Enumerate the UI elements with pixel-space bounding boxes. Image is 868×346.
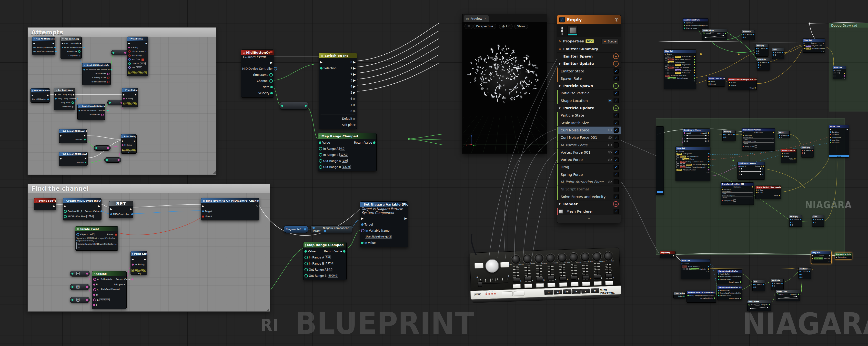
- node-header[interactable]: ƒSet Niagara Variable (Float): [360, 202, 408, 207]
- data-pin[interactable]: [756, 51, 757, 52]
- module-enabled-checkbox[interactable]: ✓: [614, 98, 619, 103]
- data-pin[interactable]: [55, 51, 57, 52]
- data-pin[interactable]: [802, 150, 803, 151]
- module-enabled-checkbox[interactable]: ✓: [614, 91, 619, 96]
- value-box[interactable]: 0.0: [325, 255, 331, 259]
- output-pin-cell[interactable]: Device ID: [98, 110, 108, 112]
- value-box[interactable]: 127.0: [342, 165, 351, 169]
- value-box[interactable]: [665, 77, 668, 79]
- node-header[interactable]: ▦Create Event: [75, 226, 118, 231]
- output-pin-cell[interactable]: ▷: [256, 205, 258, 208]
- output-pin-cell[interactable]: Add pin ⊕: [114, 283, 125, 286]
- module-enabled-checkbox[interactable]: ✓: [614, 172, 619, 177]
- niagara-node-tr-multiply-3[interactable]: MultiplyABCResult: [757, 58, 770, 70]
- data-pin[interactable]: [694, 75, 695, 76]
- niagara-node-mid-multiply-2[interactable]: MultiplyABCResult: [789, 215, 802, 227]
- value-box[interactable]: 4000.0: [328, 274, 338, 278]
- data-pin[interactable]: [830, 139, 831, 141]
- module-enabled-checkbox[interactable]: ✓: [614, 157, 619, 162]
- data-pin[interactable]: [320, 67, 322, 69]
- niagara-node-br-make-float-1[interactable]: Make FloatValueOutput 1: [776, 290, 800, 301]
- data-pin[interactable]: [800, 271, 801, 272]
- exec-pin[interactable]: ▷: [353, 103, 356, 106]
- data-pin[interactable]: [684, 132, 685, 134]
- bp-node-break-midideviceinfo[interactable]: ≺Break MIDIDeviceInfoMIDI Device InfoDev…: [82, 63, 111, 85]
- input-pin-cell[interactable]: In Range B127.0: [305, 262, 334, 265]
- data-pin[interactable]: [684, 25, 685, 26]
- exec-pin[interactable]: ▶: [98, 205, 100, 208]
- pin-in[interactable]: [281, 105, 283, 107]
- collapse-arrow[interactable]: ▼: [559, 85, 562, 87]
- data-pin[interactable]: [128, 58, 131, 61]
- niagara-node-mid-pos-from-vector[interactable]: Position <- VectorInput 1Output 1XXYYZZ: [738, 162, 765, 180]
- reroute-node-conv-7[interactable]: 0·: [70, 297, 90, 303]
- bp-node-create-mididevice-input-controller[interactable]: ƒCreate MIDIDevice Input Controller▶▶Dev…: [63, 198, 101, 220]
- eye-icon-wrap[interactable]: [608, 128, 612, 132]
- space-dropdown[interactable]: Local⌄: [743, 138, 774, 141]
- value-box[interactable]: [668, 72, 671, 74]
- data-pin[interactable]: [55, 98, 57, 99]
- output-pin-cell[interactable]: Return Value: [85, 210, 102, 213]
- preview-panel[interactable]: ▤Preview✕☰Perspective◔LitShowZY✳: [462, 14, 547, 154]
- data-pin[interactable]: [758, 62, 759, 63]
- node-header[interactable]: ƒPrint String: [127, 37, 148, 41]
- value-box[interactable]: 1: [80, 210, 83, 213]
- niagara-node-tr-map-set[interactable]: Map Set▶Source▶STACKPhysicsForceLOCALFor…: [803, 38, 825, 53]
- data-pin[interactable]: [64, 210, 67, 213]
- bp-node-bind-event-to-on-midicontrol-change[interactable]: ▣Bind Event to On MIDIControl Change▶▷Ta…: [201, 198, 259, 220]
- color-swatch[interactable]: [141, 58, 144, 61]
- output-pin-cell[interactable]: ▶: [47, 94, 49, 96]
- value-box[interactable]: [665, 61, 668, 63]
- niagara-node-tr-add-1[interactable]: AddABResult: [772, 48, 784, 59]
- output-pin-cell[interactable]: 1▶: [350, 67, 356, 70]
- exec-pin[interactable]: ▶: [804, 42, 805, 44]
- data-pin[interactable]: [78, 50, 81, 53]
- data-pin[interactable]: [748, 304, 750, 306]
- data-pin[interactable]: [128, 54, 131, 57]
- data-pin[interactable]: [779, 195, 780, 196]
- input-pin-cell[interactable]: ▶: [128, 42, 130, 44]
- output-pin-cell[interactable]: Loop Body▶: [70, 42, 81, 44]
- pin-out[interactable]: [86, 299, 88, 301]
- data-pin[interactable]: [766, 48, 768, 49]
- input-pin-cell[interactable]: Duration20.0: [128, 62, 146, 65]
- stack-module-mesh-renderer[interactable]: Mesh Renderer✓: [557, 208, 621, 215]
- data-pin[interactable]: [202, 211, 204, 212]
- data-pin[interactable]: [694, 77, 695, 79]
- output-pin-cell[interactable]: Return Value: [324, 250, 345, 253]
- exec-pin[interactable]: ▶: [132, 258, 134, 261]
- data-pin[interactable]: [812, 150, 813, 151]
- value-box[interactable]: [677, 166, 679, 168]
- stack-section-emitter-spawn[interactable]: Emitter Spawn+: [557, 53, 621, 60]
- view-mode-button[interactable]: ◔Lit: [499, 24, 513, 29]
- data-pin[interactable]: [743, 37, 744, 38]
- data-pin[interactable]: [743, 135, 744, 136]
- data-pin[interactable]: [752, 186, 753, 188]
- data-pin[interactable]: [718, 279, 719, 280]
- node-header[interactable]: ↻For Each Loop: [54, 88, 75, 92]
- value-box[interactable]: [677, 161, 679, 163]
- eye-icon-wrap[interactable]: [608, 180, 612, 184]
- input-pin-cell[interactable]: ▶: [110, 208, 112, 211]
- data-pin[interactable]: [809, 271, 810, 272]
- input-cell[interactable]: Target: [312, 226, 323, 232]
- value-box[interactable]: 0: [76, 298, 80, 302]
- show-menu-button[interactable]: Show: [514, 24, 528, 29]
- exec-pin[interactable]: ▷: [72, 106, 74, 108]
- input-pin-cell[interactable]: Text Color: [128, 58, 144, 61]
- data-pin[interactable]: [77, 98, 78, 99]
- pin-in[interactable]: [71, 286, 73, 288]
- exec-pin[interactable]: ▶: [60, 158, 62, 160]
- output-pin-cell[interactable]: Device ID: [75, 162, 86, 164]
- data-pin[interactable]: [373, 141, 375, 144]
- data-pin[interactable]: [343, 250, 345, 253]
- data-pin[interactable]: [708, 158, 709, 160]
- niagara-node-tr-audio-spectrum[interactable]: Audio SpectrumSpectrumNormalizedPosition…: [683, 18, 709, 30]
- niagara-node-tr-project-vector[interactable]: Project Vector on PlaneVectorNormalOutpu…: [708, 77, 725, 87]
- value-box[interactable]: [665, 69, 668, 71]
- data-pin[interactable]: [844, 73, 845, 74]
- pin-out[interactable]: [324, 230, 326, 232]
- bp-node-set-midicontroller[interactable]: SET▶▶MIDIController: [109, 201, 133, 218]
- output-pin-cell[interactable]: Device Name: [89, 114, 104, 116]
- node-header[interactable]: ƒMap Range Clamped: [318, 133, 376, 139]
